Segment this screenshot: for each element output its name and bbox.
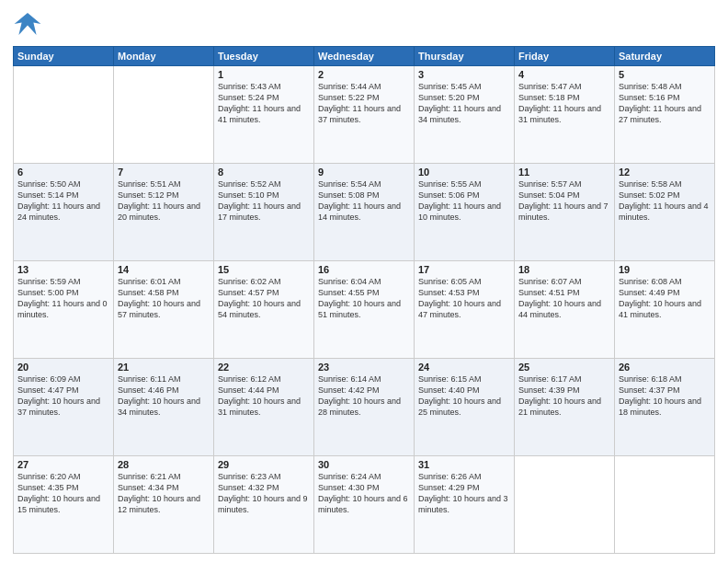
calendar-cell: 2Sunrise: 5:44 AM Sunset: 5:22 PM Daylig… xyxy=(314,66,415,164)
cell-text: Sunrise: 5:45 AM Sunset: 5:20 PM Dayligh… xyxy=(418,81,510,126)
day-number: 9 xyxy=(318,167,410,178)
day-number: 23 xyxy=(318,362,410,373)
calendar-cell: 29Sunrise: 6:23 AM Sunset: 4:32 PM Dayli… xyxy=(214,456,314,554)
cell-text: Sunrise: 6:21 AM Sunset: 4:34 PM Dayligh… xyxy=(118,471,210,516)
day-number: 10 xyxy=(418,167,510,178)
calendar-cell: 13Sunrise: 5:59 AM Sunset: 5:00 PM Dayli… xyxy=(14,261,114,359)
calendar-cell: 28Sunrise: 6:21 AM Sunset: 4:34 PM Dayli… xyxy=(114,456,214,554)
cell-text: Sunrise: 5:54 AM Sunset: 5:08 PM Dayligh… xyxy=(318,178,410,224)
calendar-cell: 26Sunrise: 6:18 AM Sunset: 4:37 PM Dayli… xyxy=(615,359,715,456)
calendar-cell: 25Sunrise: 6:17 AM Sunset: 4:39 PM Dayli… xyxy=(515,359,615,456)
calendar-cell: 30Sunrise: 6:24 AM Sunset: 4:30 PM Dayli… xyxy=(314,456,415,554)
calendar-week-row: 1Sunrise: 5:43 AM Sunset: 5:24 PM Daylig… xyxy=(14,66,715,164)
calendar-week-row: 20Sunrise: 6:09 AM Sunset: 4:47 PM Dayli… xyxy=(14,359,715,456)
logo-icon xyxy=(13,9,42,39)
cell-text: Sunrise: 5:47 AM Sunset: 5:18 PM Dayligh… xyxy=(518,81,610,126)
calendar-week-row: 27Sunrise: 6:20 AM Sunset: 4:35 PM Dayli… xyxy=(14,456,715,554)
cell-text: Sunrise: 6:14 AM Sunset: 4:42 PM Dayligh… xyxy=(318,373,410,419)
svg-marker-0 xyxy=(15,13,41,35)
calendar-cell: 21Sunrise: 6:11 AM Sunset: 4:46 PM Dayli… xyxy=(114,359,214,456)
weekday-header: Thursday xyxy=(415,47,515,66)
day-number: 26 xyxy=(619,362,711,373)
calendar-cell: 8Sunrise: 5:52 AM Sunset: 5:10 PM Daylig… xyxy=(214,164,314,261)
calendar-cell: 12Sunrise: 5:58 AM Sunset: 5:02 PM Dayli… xyxy=(615,164,715,261)
page: SundayMondayTuesdayWednesdayThursdayFrid… xyxy=(0,0,728,563)
cell-text: Sunrise: 6:17 AM Sunset: 4:39 PM Dayligh… xyxy=(518,373,610,419)
day-number: 25 xyxy=(518,362,610,373)
cell-text: Sunrise: 5:51 AM Sunset: 5:12 PM Dayligh… xyxy=(118,178,210,224)
calendar-cell: 10Sunrise: 5:55 AM Sunset: 5:06 PM Dayli… xyxy=(415,164,515,261)
day-number: 17 xyxy=(418,264,510,275)
calendar-cell: 5Sunrise: 5:48 AM Sunset: 5:16 PM Daylig… xyxy=(615,66,715,164)
calendar-cell: 18Sunrise: 6:07 AM Sunset: 4:51 PM Dayli… xyxy=(515,261,615,359)
day-number: 14 xyxy=(118,264,210,275)
calendar-header-row: SundayMondayTuesdayWednesdayThursdayFrid… xyxy=(14,47,715,66)
calendar-cell xyxy=(615,456,715,554)
calendar-cell: 3Sunrise: 5:45 AM Sunset: 5:20 PM Daylig… xyxy=(415,66,515,164)
cell-text: Sunrise: 6:18 AM Sunset: 4:37 PM Dayligh… xyxy=(619,373,711,419)
day-number: 5 xyxy=(619,69,711,80)
calendar-week-row: 6Sunrise: 5:50 AM Sunset: 5:14 PM Daylig… xyxy=(14,164,715,261)
cell-text: Sunrise: 5:48 AM Sunset: 5:16 PM Dayligh… xyxy=(619,81,711,126)
calendar-cell xyxy=(114,66,214,164)
day-number: 20 xyxy=(17,362,109,373)
cell-text: Sunrise: 5:43 AM Sunset: 5:24 PM Dayligh… xyxy=(218,81,310,126)
calendar-cell: 11Sunrise: 5:57 AM Sunset: 5:04 PM Dayli… xyxy=(515,164,615,261)
calendar-cell: 24Sunrise: 6:15 AM Sunset: 4:40 PM Dayli… xyxy=(415,359,515,456)
day-number: 30 xyxy=(318,459,410,470)
cell-text: Sunrise: 6:01 AM Sunset: 4:58 PM Dayligh… xyxy=(118,276,210,321)
cell-text: Sunrise: 5:57 AM Sunset: 5:04 PM Dayligh… xyxy=(518,178,610,224)
weekday-header: Monday xyxy=(114,47,214,66)
weekday-header: Tuesday xyxy=(214,47,314,66)
calendar-cell: 16Sunrise: 6:04 AM Sunset: 4:55 PM Dayli… xyxy=(314,261,415,359)
day-number: 15 xyxy=(218,264,310,275)
day-number: 24 xyxy=(418,362,510,373)
calendar-table: SundayMondayTuesdayWednesdayThursdayFrid… xyxy=(13,46,715,554)
cell-text: Sunrise: 6:15 AM Sunset: 4:40 PM Dayligh… xyxy=(418,373,510,419)
weekday-header: Friday xyxy=(515,47,615,66)
cell-text: Sunrise: 6:02 AM Sunset: 4:57 PM Dayligh… xyxy=(218,276,310,321)
calendar-cell: 31Sunrise: 6:26 AM Sunset: 4:29 PM Dayli… xyxy=(415,456,515,554)
day-number: 11 xyxy=(518,167,610,178)
calendar-cell: 15Sunrise: 6:02 AM Sunset: 4:57 PM Dayli… xyxy=(214,261,314,359)
day-number: 4 xyxy=(518,69,610,80)
day-number: 2 xyxy=(318,69,410,80)
calendar-cell: 14Sunrise: 6:01 AM Sunset: 4:58 PM Dayli… xyxy=(114,261,214,359)
day-number: 16 xyxy=(318,264,410,275)
day-number: 28 xyxy=(118,459,210,470)
calendar-cell: 6Sunrise: 5:50 AM Sunset: 5:14 PM Daylig… xyxy=(14,164,114,261)
cell-text: Sunrise: 6:04 AM Sunset: 4:55 PM Dayligh… xyxy=(318,276,410,321)
calendar-cell: 7Sunrise: 5:51 AM Sunset: 5:12 PM Daylig… xyxy=(114,164,214,261)
header xyxy=(13,9,715,39)
day-number: 6 xyxy=(17,167,109,178)
cell-text: Sunrise: 6:20 AM Sunset: 4:35 PM Dayligh… xyxy=(17,471,109,516)
cell-text: Sunrise: 6:11 AM Sunset: 4:46 PM Dayligh… xyxy=(118,373,210,419)
cell-text: Sunrise: 6:08 AM Sunset: 4:49 PM Dayligh… xyxy=(619,276,711,321)
weekday-header: Saturday xyxy=(615,47,715,66)
day-number: 18 xyxy=(518,264,610,275)
cell-text: Sunrise: 5:55 AM Sunset: 5:06 PM Dayligh… xyxy=(418,178,510,224)
day-number: 27 xyxy=(17,459,109,470)
day-number: 1 xyxy=(218,69,310,80)
calendar-week-row: 13Sunrise: 5:59 AM Sunset: 5:00 PM Dayli… xyxy=(14,261,715,359)
cell-text: Sunrise: 6:24 AM Sunset: 4:30 PM Dayligh… xyxy=(318,471,410,516)
day-number: 21 xyxy=(118,362,210,373)
cell-text: Sunrise: 5:59 AM Sunset: 5:00 PM Dayligh… xyxy=(17,276,109,321)
calendar-cell: 17Sunrise: 6:05 AM Sunset: 4:53 PM Dayli… xyxy=(415,261,515,359)
calendar-cell: 22Sunrise: 6:12 AM Sunset: 4:44 PM Dayli… xyxy=(214,359,314,456)
calendar-cell: 27Sunrise: 6:20 AM Sunset: 4:35 PM Dayli… xyxy=(14,456,114,554)
cell-text: Sunrise: 6:23 AM Sunset: 4:32 PM Dayligh… xyxy=(218,471,310,516)
cell-text: Sunrise: 5:44 AM Sunset: 5:22 PM Dayligh… xyxy=(318,81,410,126)
cell-text: Sunrise: 6:05 AM Sunset: 4:53 PM Dayligh… xyxy=(418,276,510,321)
cell-text: Sunrise: 6:07 AM Sunset: 4:51 PM Dayligh… xyxy=(518,276,610,321)
cell-text: Sunrise: 5:50 AM Sunset: 5:14 PM Dayligh… xyxy=(17,178,109,224)
day-number: 12 xyxy=(619,167,711,178)
calendar-cell: 1Sunrise: 5:43 AM Sunset: 5:24 PM Daylig… xyxy=(214,66,314,164)
cell-text: Sunrise: 5:58 AM Sunset: 5:02 PM Dayligh… xyxy=(619,178,711,224)
weekday-header: Wednesday xyxy=(314,47,415,66)
logo xyxy=(13,9,46,39)
calendar-cell: 19Sunrise: 6:08 AM Sunset: 4:49 PM Dayli… xyxy=(615,261,715,359)
day-number: 7 xyxy=(118,167,210,178)
calendar-cell: 20Sunrise: 6:09 AM Sunset: 4:47 PM Dayli… xyxy=(14,359,114,456)
day-number: 31 xyxy=(418,459,510,470)
